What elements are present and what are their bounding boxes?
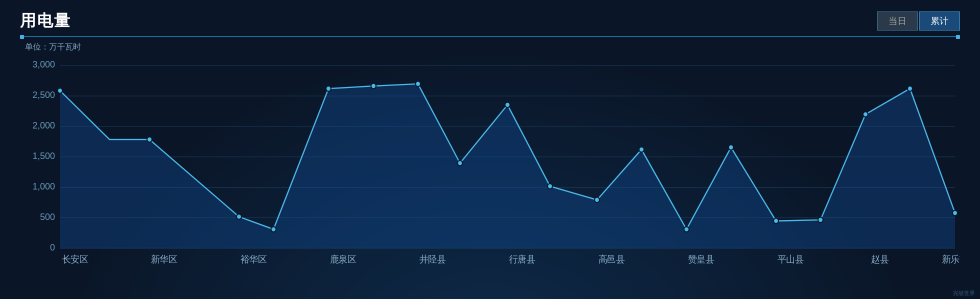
dot-6 xyxy=(416,82,420,87)
dot-7 xyxy=(458,160,462,166)
svg-text:3,000: 3,000 xyxy=(32,59,55,70)
svg-text:0: 0 xyxy=(50,242,55,252)
dot-5 xyxy=(371,84,376,89)
dot-18 xyxy=(952,210,958,216)
svg-text:赵县: 赵县 xyxy=(871,254,888,264)
dot-4 xyxy=(326,86,331,92)
chart-header: 用电量 当日 累计 xyxy=(20,10,960,32)
svg-text:鹿泉区: 鹿泉区 xyxy=(330,254,356,264)
chart-svg: 3,000 2,500 2,000 1,500 1,000 500 0 xyxy=(20,55,960,265)
btn-total[interactable]: 累计 xyxy=(919,12,960,30)
dot-14 xyxy=(774,218,778,224)
dot-15 xyxy=(818,217,823,222)
svg-text:高邑县: 高邑县 xyxy=(598,254,625,264)
time-filter-group: 当日 累计 xyxy=(877,12,960,30)
chart-fill xyxy=(60,84,955,248)
chart-title: 用电量 xyxy=(20,10,71,32)
dot-8 xyxy=(505,102,510,108)
dot-9 xyxy=(548,184,552,189)
dot-17 xyxy=(908,86,912,92)
dot-0 xyxy=(58,88,62,94)
dot-12 xyxy=(684,226,689,232)
dot-11 xyxy=(639,147,644,152)
svg-text:裕华区: 裕华区 xyxy=(240,254,267,264)
dot-10 xyxy=(594,198,600,203)
unit-label: 单位：万千瓦时 xyxy=(25,42,960,52)
watermark: 完坡世界 xyxy=(953,290,975,297)
svg-text:长安区: 长安区 xyxy=(62,254,88,264)
main-container: 用电量 当日 累计 单位：万千瓦时 3,000 2,500 2,000 1,50… xyxy=(0,0,980,299)
svg-text:2,000: 2,000 xyxy=(32,120,55,131)
header-divider xyxy=(20,36,960,37)
chart-area: 3,000 2,500 2,000 1,500 1,000 500 0 xyxy=(20,55,960,265)
dot-1 xyxy=(147,137,152,142)
dot-16 xyxy=(863,112,868,117)
svg-text:2,500: 2,500 xyxy=(32,90,55,100)
dot-13 xyxy=(728,145,734,150)
dot-2 xyxy=(236,214,242,220)
dot-3 xyxy=(271,226,276,232)
svg-text:平山县: 平山县 xyxy=(778,254,804,264)
svg-text:新华区: 新华区 xyxy=(151,254,178,264)
svg-text:1,500: 1,500 xyxy=(32,150,55,161)
svg-text:赞皇县: 赞皇县 xyxy=(688,254,714,264)
svg-text:500: 500 xyxy=(40,211,55,222)
svg-text:新乐市: 新乐市 xyxy=(942,254,960,264)
svg-text:井陉县: 井陉县 xyxy=(420,254,446,264)
svg-text:1,000: 1,000 xyxy=(32,180,55,192)
btn-today[interactable]: 当日 xyxy=(877,12,918,30)
svg-text:行唐县: 行唐县 xyxy=(509,254,536,264)
